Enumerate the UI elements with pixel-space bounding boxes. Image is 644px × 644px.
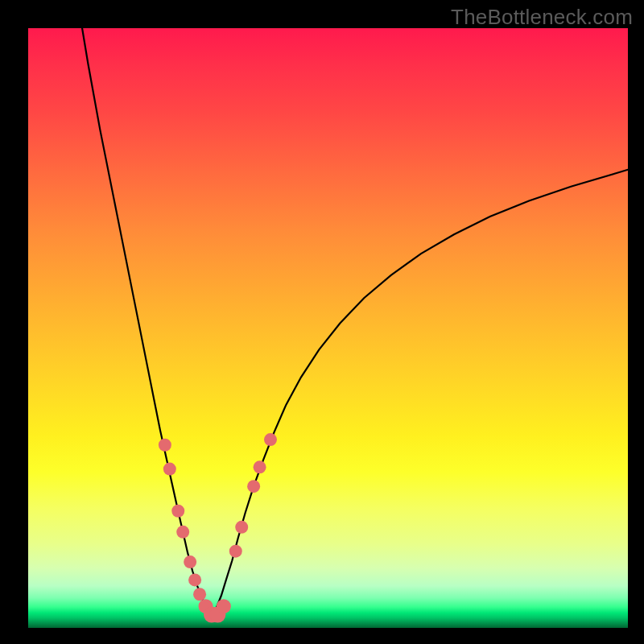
marker-point — [247, 480, 260, 493]
marker-point — [254, 460, 266, 473]
curve-layer — [28, 28, 628, 628]
marker-point — [171, 505, 184, 518]
chart-frame: TheBottleneck.com — [0, 0, 644, 644]
marker-point — [264, 433, 277, 446]
marker-points — [159, 433, 277, 623]
plot-area — [28, 28, 628, 628]
series-right-branch — [212, 170, 628, 616]
marker-point — [235, 521, 248, 534]
marker-point — [229, 545, 242, 558]
marker-point — [193, 588, 206, 601]
marker-point — [163, 463, 176, 476]
marker-point — [184, 555, 196, 568]
series-left-branch — [82, 28, 212, 616]
watermark-text: TheBottleneck.com — [451, 5, 633, 30]
marker-point — [159, 439, 171, 452]
curve-paths — [82, 28, 628, 616]
marker-point — [176, 526, 189, 539]
marker-point — [217, 599, 231, 613]
marker-point — [188, 573, 201, 586]
